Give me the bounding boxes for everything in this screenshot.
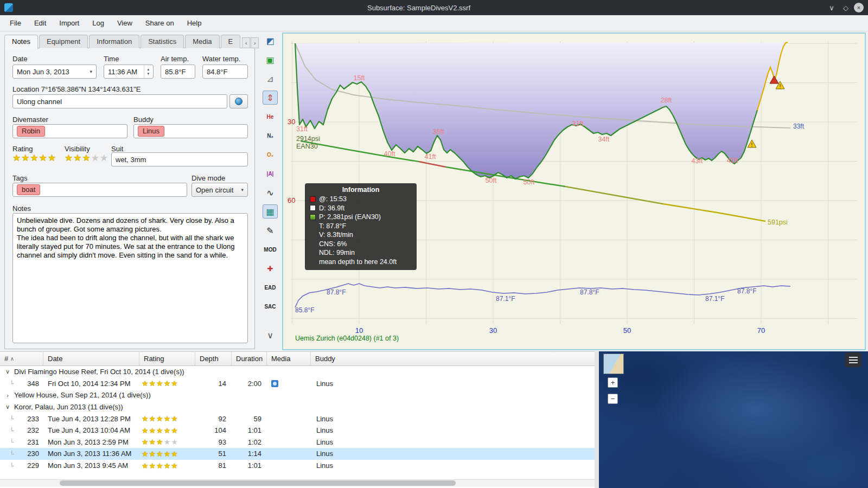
calculated-ceiling-icon[interactable]: ▦	[263, 204, 278, 219]
heart-rate-icon[interactable]: ∿	[263, 185, 278, 200]
collapse-toolbar-icon[interactable]: ∨	[263, 328, 278, 342]
ruler-icon[interactable]: ⊿	[263, 72, 278, 86]
expander-icon[interactable]: ›	[4, 392, 11, 399]
dive-computer-icon[interactable]: ◩	[263, 34, 278, 48]
time-spinner[interactable]: ▴ ▾	[144, 65, 149, 78]
col-depth[interactable]: Depth	[195, 352, 232, 365]
menu-share-on[interactable]: Share on	[139, 15, 181, 31]
spin-up-icon[interactable]: ▴	[147, 67, 149, 72]
show-photos-icon[interactable]: ▣	[263, 53, 278, 67]
tab-media[interactable]: Media	[185, 35, 219, 48]
y-tick: 60	[288, 196, 295, 204]
tab-equipment[interactable]: Equipment	[39, 35, 88, 48]
col-duration[interactable]: Duration	[232, 352, 267, 365]
menu-edit[interactable]: Edit	[28, 15, 53, 31]
notes-textarea[interactable]: Unbelievable dive. Dozens and dozens of …	[12, 213, 248, 343]
dive-profile-panel[interactable]: ! ! 30 60 10 30 50 70 31ft 15ft 40ft 41f…	[282, 33, 866, 350]
scale-graph-icon[interactable]: ⇕	[263, 91, 278, 105]
air-temp-label: Air temp.	[161, 55, 189, 63]
dive-row-selected[interactable]: └230 Mon Jun 3, 2013 11:36 AM ★★★★★ 51 1…	[0, 448, 595, 460]
divemaster-chip[interactable]: Robin	[17, 126, 45, 137]
tab-scroll-left-icon[interactable]: ‹	[242, 37, 250, 48]
depth-label: 42ft	[727, 157, 738, 164]
dive-row[interactable]: └233 Tue Jun 4, 2013 12:28 PM ★★★★★ 92 5…	[0, 413, 595, 425]
dive-row[interactable]: └229 Mon Jun 3, 2013 9:45 AM ★★★★★ 81 1:…	[0, 460, 595, 472]
depth-label: 40ft	[384, 150, 395, 158]
map-panel[interactable]: + −	[599, 351, 868, 488]
tab-statistics[interactable]: Statistics	[141, 35, 184, 48]
depth-label: 28ft	[661, 97, 672, 104]
menu-import[interactable]: Import	[53, 15, 86, 31]
col-number[interactable]: # ∧	[0, 352, 43, 365]
suit-label: Suit	[111, 145, 123, 153]
trip-row[interactable]: › Yellow House, Sun Sep 21, 2014 (1 dive…	[0, 389, 595, 401]
trip-row[interactable]: ∨ Koror, Palau, Jun 2013 (11 dive(s))	[0, 401, 595, 413]
edit-marker-icon[interactable]: ✎	[263, 223, 278, 237]
scrollbar-thumb[interactable]	[60, 480, 456, 486]
menubar: File Edit Import Log View Share on Help	[0, 15, 868, 31]
dive-row[interactable]: └348 Fri Oct 10, 2014 12:34 PM ★★★★★ 14 …	[0, 378, 595, 390]
map-overview-thumbnail[interactable]	[603, 354, 624, 374]
tab-scroll-right-icon[interactable]: ›	[251, 37, 259, 48]
x-tick: 30	[489, 326, 497, 335]
pp-helium-icon[interactable]: He	[263, 110, 278, 124]
location-input[interactable]: Ulong channel	[12, 94, 227, 108]
dive-row[interactable]: └231 Mon Jun 3, 2013 2:59 PM ★★★★★ 93 1:…	[0, 436, 595, 448]
media-photos-icon[interactable]	[271, 380, 278, 387]
menu-help[interactable]: Help	[181, 15, 208, 31]
tab-information[interactable]: Information	[89, 35, 139, 48]
temp-label: 87.8°F	[580, 288, 599, 296]
buddy-input[interactable]: Linus	[133, 124, 248, 138]
col-date[interactable]: Date	[43, 352, 139, 365]
pp-nitrogen-icon[interactable]: N₂	[263, 129, 278, 143]
svg-text:!: !	[780, 84, 781, 89]
maximize-icon[interactable]: ◇	[839, 4, 853, 12]
pp-oxygen-icon[interactable]: O₂	[263, 147, 278, 162]
spin-down-icon[interactable]: ▾	[147, 72, 149, 76]
mod-icon[interactable]: MOD	[263, 242, 278, 256]
col-buddy[interactable]: Buddy	[311, 352, 595, 365]
visibility-stars[interactable]: ★★★★★	[65, 152, 108, 164]
tank-bar-icon[interactable]: |A|	[263, 166, 278, 181]
dive-row[interactable]: └232 Tue Jun 4, 2013 10:04 AM ★★★★★ 104 …	[0, 425, 595, 436]
sac-marker-icon[interactable]: ✚	[263, 261, 278, 275]
divemaster-input[interactable]: Robin	[12, 124, 127, 138]
map-menu-button[interactable]	[845, 352, 861, 367]
zoom-in-button[interactable]: +	[608, 377, 618, 388]
water-temp-field[interactable]: 84.8°F	[202, 65, 248, 79]
visibility-label: Visibility	[65, 145, 90, 153]
date-select[interactable]: Mon Jun 3, 2013 ▾	[12, 65, 97, 79]
titlebar: Subsurface: SampleDivesV2.ssrf ∨ ◇ ×	[0, 0, 868, 15]
menu-file[interactable]: File	[3, 15, 28, 31]
rating-stars[interactable]: ★★★★★	[12, 152, 56, 164]
ead-icon[interactable]: EAD	[263, 280, 278, 294]
svg-text:!: !	[751, 142, 753, 148]
buddy-chip[interactable]: Linus	[138, 126, 164, 137]
splitter[interactable]	[595, 351, 599, 488]
expander-icon[interactable]: ∨	[4, 403, 11, 410]
minimize-icon[interactable]: ∨	[825, 4, 839, 12]
col-media[interactable]: Media	[267, 352, 311, 365]
tank-pressure-line	[419, 162, 446, 167]
tags-input[interactable]: boat	[12, 183, 187, 197]
time-field[interactable]: 11:36 AM ▴ ▾	[104, 65, 154, 79]
close-icon[interactable]: ×	[854, 3, 864, 12]
map-location-button[interactable]	[229, 94, 248, 108]
trip-row[interactable]: ∨ Divi Flamingo House Reef, Fri Oct 10, …	[0, 366, 595, 378]
menu-view[interactable]: View	[111, 15, 139, 31]
suit-input[interactable]: wet, 3mm	[111, 152, 248, 166]
tag-chip[interactable]: boat	[17, 184, 40, 195]
tab-extra[interactable]: E	[221, 35, 241, 48]
tab-notes[interactable]: Notes	[4, 35, 38, 49]
dive-list: # ∧ Date Rating Depth Duration Media Bud…	[0, 351, 595, 488]
air-temp-field[interactable]: 85.8°F	[161, 65, 195, 79]
tree-branch-icon: └	[10, 439, 14, 445]
time-swatch	[310, 196, 316, 202]
dive-mode-select[interactable]: Open circuit ▾	[192, 183, 248, 197]
sac-icon[interactable]: SAC	[263, 299, 278, 313]
menu-log[interactable]: Log	[86, 15, 111, 31]
col-rating[interactable]: Rating	[139, 352, 195, 365]
time-label: Time	[104, 55, 119, 63]
zoom-out-button[interactable]: −	[608, 394, 618, 404]
expander-icon[interactable]: ∨	[4, 368, 11, 375]
